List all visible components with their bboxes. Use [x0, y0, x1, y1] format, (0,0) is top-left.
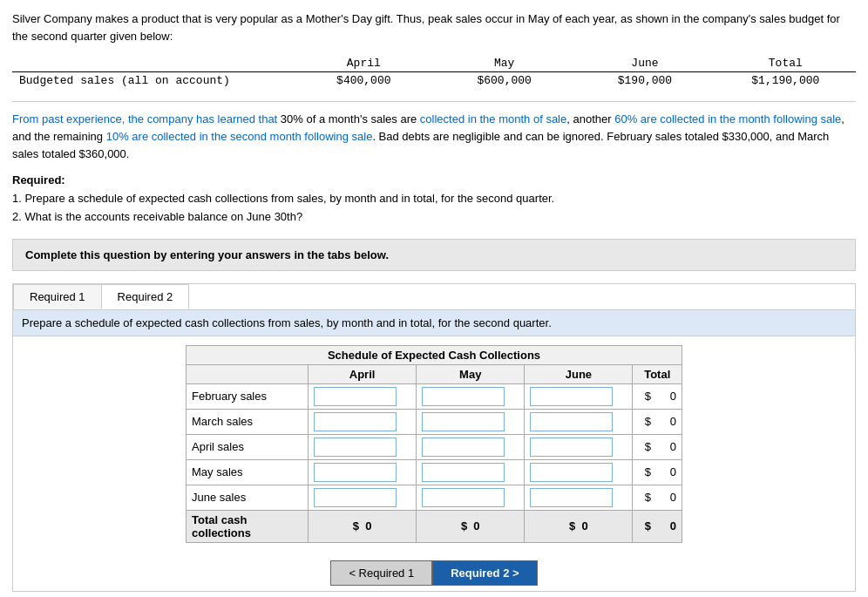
schedule-june-header: June: [525, 364, 633, 383]
dollar-sign: $: [645, 415, 651, 428]
june-input-cell[interactable]: [525, 459, 633, 485]
intro-paragraph: Silver Company makes a product that is v…: [12, 10, 856, 44]
row-label: June sales: [186, 485, 309, 510]
schedule-may-header: May: [417, 364, 525, 383]
june-value: $190,000: [574, 72, 715, 90]
tab-content: Prepare a schedule of expected cash coll…: [12, 310, 856, 592]
total-value: 0: [670, 415, 676, 428]
row-label: April sales: [186, 434, 309, 459]
total-cell: $ 0: [633, 485, 682, 510]
row-label: March sales: [186, 409, 309, 434]
dollar-sign: $: [645, 491, 651, 504]
may-value: $600,000: [434, 72, 574, 90]
table-row: April sales$ 0: [186, 434, 682, 459]
total-june-cell: $ 0: [525, 510, 633, 542]
june-input-row3[interactable]: [530, 463, 613, 482]
dollar-sign: $: [569, 519, 575, 533]
total-value: 0: [670, 465, 676, 478]
dollar-sign: $: [461, 519, 467, 533]
april-header: April: [294, 55, 434, 72]
tab-required2[interactable]: Required 2: [101, 284, 190, 309]
june-input-row2[interactable]: [530, 438, 613, 457]
tab-required1[interactable]: Required 1: [13, 284, 102, 309]
schedule-april-header: April: [309, 364, 417, 383]
june-input-cell[interactable]: [525, 485, 633, 510]
dollar-sign: $: [353, 519, 359, 533]
may-input-cell[interactable]: [417, 459, 525, 485]
row-label: February sales: [186, 383, 309, 409]
june-header: June: [574, 55, 715, 72]
june-input-row1[interactable]: [530, 412, 613, 431]
april-input-cell[interactable]: [309, 434, 417, 459]
june-input-cell[interactable]: [525, 409, 633, 434]
table-row: May sales$ 0: [186, 459, 682, 485]
grand-total-cell: $ 0: [633, 510, 682, 542]
dollar-sign: $: [645, 519, 651, 533]
may-input-cell[interactable]: [417, 409, 525, 434]
total-cell: $ 0: [633, 434, 682, 459]
may-input-row3[interactable]: [422, 463, 505, 482]
june-input-cell[interactable]: [525, 434, 633, 459]
nav-buttons: < Required 1 Required 2 >: [13, 560, 855, 591]
may-total-value: 0: [473, 519, 479, 533]
may-input-row1[interactable]: [422, 412, 505, 431]
required-section: Required: 1. Prepare a schedule of expec…: [12, 172, 856, 226]
prev-button[interactable]: < Required 1: [330, 560, 432, 586]
schedule-table: Schedule of Expected Cash Collections Ap…: [186, 345, 682, 543]
april-input-row1[interactable]: [314, 412, 397, 431]
total-cash-collections-row: Total cash collections$ 0$ 0$ 0$ 0: [186, 510, 682, 542]
total-value: 0: [670, 440, 676, 453]
april-input-cell[interactable]: [309, 409, 417, 434]
dollar-sign: $: [645, 465, 651, 478]
may-input-cell[interactable]: [417, 383, 525, 409]
may-input-row0[interactable]: [422, 387, 505, 406]
total-cell: $ 0: [633, 383, 682, 409]
april-total-value: 0: [365, 519, 371, 533]
total-april-cell: $ 0: [309, 510, 417, 542]
schedule-container: Schedule of Expected Cash Collections Ap…: [13, 336, 855, 552]
total-cell: $ 0: [633, 459, 682, 485]
april-input-row0[interactable]: [314, 387, 397, 406]
april-input-row2[interactable]: [314, 438, 397, 457]
april-input-row3[interactable]: [314, 463, 397, 482]
april-input-cell[interactable]: [309, 485, 417, 510]
total-value: 0: [670, 491, 676, 504]
experience-paragraph: From past experience, the company has le…: [12, 111, 856, 163]
total-cell: $ 0: [633, 409, 682, 434]
section-divider: [12, 101, 856, 102]
june-input-cell[interactable]: [525, 383, 633, 409]
april-value: $400,000: [294, 72, 434, 90]
schedule-header-row: April May June Total: [186, 364, 682, 383]
dollar-sign: $: [645, 390, 651, 403]
total-row-label: Total cash collections: [186, 510, 309, 542]
sales-row-label: Budgeted sales (all on account): [12, 72, 294, 90]
schedule-title: Schedule of Expected Cash Collections: [186, 345, 682, 364]
tabs-row: Required 1 Required 2: [13, 284, 855, 310]
june-total-value: 0: [582, 519, 588, 533]
may-input-row2[interactable]: [422, 438, 505, 457]
schedule-total-header: Total: [633, 364, 682, 383]
required-item2: 2. What is the accounts receivable balan…: [12, 208, 856, 227]
may-input-row4[interactable]: [422, 488, 505, 507]
table-row: February sales$ 0: [186, 383, 682, 409]
required-title: Required:: [12, 172, 856, 190]
june-input-row0[interactable]: [530, 387, 613, 406]
row-label: May sales: [186, 459, 309, 485]
tabs-container: Required 1 Required 2: [12, 283, 856, 310]
april-input-cell[interactable]: [309, 459, 417, 485]
total-may-cell: $ 0: [417, 510, 525, 542]
sales-budget-table: April May June Total Budgeted sales (all…: [12, 55, 856, 89]
next-button[interactable]: Required 2 >: [432, 560, 537, 586]
table-row: June sales$ 0: [186, 485, 682, 510]
schedule-col-label: [186, 364, 309, 383]
table-row: March sales$ 0: [186, 409, 682, 434]
total-value: $1,190,000: [715, 72, 856, 90]
total-value: 0: [670, 390, 676, 403]
may-input-cell[interactable]: [417, 434, 525, 459]
june-input-row4[interactable]: [530, 488, 613, 507]
may-input-cell[interactable]: [417, 485, 525, 510]
april-input-row4[interactable]: [314, 488, 397, 507]
april-input-cell[interactable]: [309, 383, 417, 409]
tab-description: Prepare a schedule of expected cash coll…: [13, 310, 855, 336]
schedule-title-row: Schedule of Expected Cash Collections: [186, 345, 682, 364]
